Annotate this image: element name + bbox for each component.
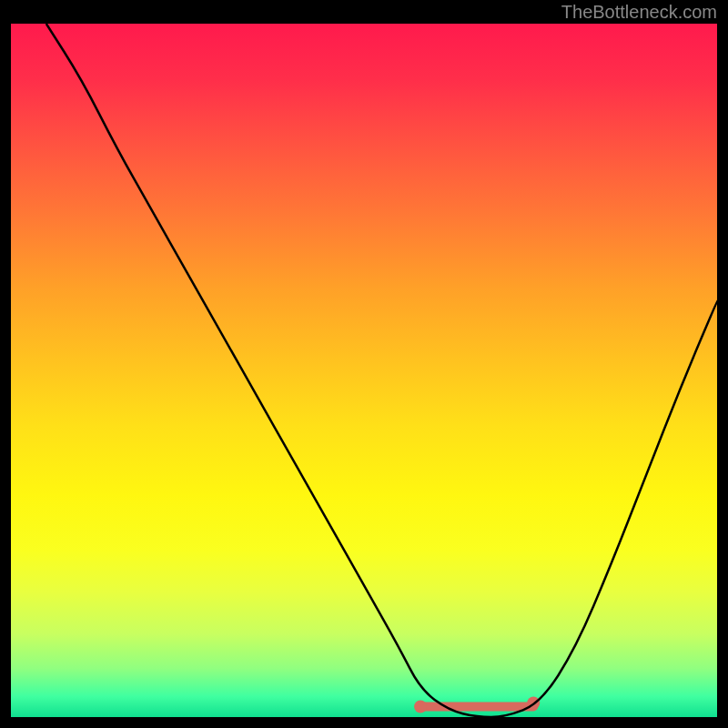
chart-svg <box>11 24 717 717</box>
attribution-text: TheBottleneck.com <box>561 2 717 23</box>
plot-area <box>11 24 717 717</box>
bottleneck-curve-line <box>46 24 717 717</box>
optimal-start-marker <box>414 701 427 713</box>
